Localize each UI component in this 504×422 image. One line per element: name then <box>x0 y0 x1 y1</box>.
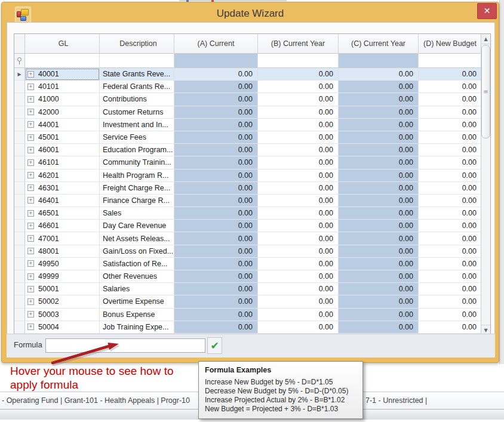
current-year-c-cell[interactable]: 0.00 <box>339 245 419 258</box>
current-year-b-cell[interactable]: 0.00 <box>258 295 339 308</box>
current-year-c-cell[interactable]: 0.00 <box>339 170 419 182</box>
gl-cell[interactable]: + 49950 <box>25 258 100 270</box>
row-header-cell[interactable]: ▶ <box>14 195 25 207</box>
table-row[interactable]: ▶ + 49950 Satisfaction of Re... 0.00 0.0… <box>14 258 482 270</box>
current-year-c-cell[interactable]: 0.00 <box>339 321 419 334</box>
current-a-cell[interactable]: 0.00 <box>174 309 258 321</box>
current-year-c-cell[interactable]: 0.00 <box>339 295 419 308</box>
current-year-c-cell[interactable]: 0.00 <box>339 207 419 220</box>
expand-icon[interactable]: + <box>27 71 34 78</box>
expand-icon[interactable]: + <box>27 223 34 229</box>
current-year-b-cell[interactable]: 0.00 <box>258 321 339 334</box>
gl-cell[interactable]: + 50002 <box>25 295 100 308</box>
expand-icon[interactable]: + <box>27 286 34 292</box>
current-year-b-cell[interactable]: 0.00 <box>258 170 339 182</box>
current-year-b-cell[interactable]: 0.00 <box>258 270 339 283</box>
current-year-c-cell[interactable]: 0.00 <box>339 144 419 156</box>
expand-icon[interactable]: + <box>27 121 34 128</box>
expand-icon[interactable]: + <box>27 324 34 330</box>
description-cell[interactable]: Sales <box>100 207 174 220</box>
close-button[interactable]: ✕ <box>477 3 497 19</box>
current-year-c-cell[interactable]: 0.00 <box>339 119 419 131</box>
description-cell[interactable]: Freight Charge Re... <box>100 182 174 195</box>
filter-cell-c[interactable] <box>339 54 419 68</box>
description-cell[interactable]: Education Program... <box>100 144 174 156</box>
row-header-cell[interactable]: ▶ <box>14 170 25 182</box>
description-cell[interactable]: Overtime Expense <box>100 295 174 308</box>
description-cell[interactable]: Job Training Expe... <box>100 321 174 334</box>
current-a-cell[interactable]: 0.00 <box>174 232 258 245</box>
current-year-c-cell[interactable]: 0.00 <box>339 156 419 169</box>
table-row[interactable]: ▶ + 46501 Sales 0.00 0.00 0.00 0.00 <box>14 207 482 220</box>
row-header-cell[interactable]: ▶ <box>14 156 25 169</box>
current-year-b-cell[interactable]: 0.00 <box>258 144 339 156</box>
new-budget-d-cell[interactable]: 0.00 <box>419 270 482 283</box>
current-a-cell[interactable]: 0.00 <box>174 195 258 207</box>
description-cell[interactable]: Other Revenues <box>100 270 174 283</box>
current-year-c-cell[interactable]: 0.00 <box>339 81 419 93</box>
filter-cell-gl[interactable] <box>25 54 100 68</box>
description-cell[interactable]: Service Fees <box>100 131 174 144</box>
row-header-cell[interactable]: ▶ <box>14 93 25 106</box>
current-year-c-cell[interactable]: 0.00 <box>339 220 419 232</box>
gl-cell[interactable]: + 50004 <box>25 321 100 334</box>
gl-cell[interactable]: + 44001 <box>25 119 100 131</box>
description-cell[interactable]: Federal Grants Re... <box>100 81 174 93</box>
expand-icon[interactable]: + <box>27 147 34 153</box>
row-header-cell[interactable]: ▶ <box>14 131 25 144</box>
new-budget-d-cell[interactable]: 0.00 <box>419 295 482 308</box>
new-budget-d-cell[interactable]: 0.00 <box>419 119 482 131</box>
current-a-cell[interactable]: 0.00 <box>174 258 258 270</box>
row-header-cell[interactable]: ▶ <box>14 245 25 258</box>
table-row[interactable]: ▶ + 41000 Contributions 0.00 0.00 0.00 0… <box>14 93 482 106</box>
current-year-b-cell[interactable]: 0.00 <box>258 232 339 245</box>
current-year-c-cell[interactable]: 0.00 <box>339 270 419 283</box>
expand-icon[interactable]: + <box>27 248 34 254</box>
current-a-cell[interactable]: 0.00 <box>174 170 258 182</box>
current-a-cell[interactable]: 0.00 <box>174 68 258 81</box>
current-a-cell[interactable]: 0.00 <box>174 119 258 131</box>
vertical-scrollbar[interactable]: ▲ ≡ ▼ <box>481 34 490 335</box>
table-row[interactable]: ▶ + 46401 Finance Charge R... 0.00 0.00 … <box>14 195 482 207</box>
current-a-cell[interactable]: 0.00 <box>174 182 258 195</box>
table-row[interactable]: ▶ + 50001 Salaries 0.00 0.00 0.00 0.00 <box>14 283 482 295</box>
gl-cell[interactable]: + 46001 <box>25 144 100 156</box>
filter-cell-b[interactable] <box>258 54 339 68</box>
new-budget-d-cell[interactable]: 0.00 <box>419 245 482 258</box>
gl-cell[interactable]: + 46201 <box>25 170 100 182</box>
description-cell[interactable]: Community Trainin... <box>100 156 174 169</box>
current-year-c-cell[interactable]: 0.00 <box>339 283 419 295</box>
table-row[interactable]: ▶ + 40001 State Grants Reve... 0.00 0.00… <box>14 68 482 81</box>
table-row[interactable]: ▶ + 44001 Investment and In... 0.00 0.00… <box>14 119 482 131</box>
new-budget-d-cell[interactable]: 0.00 <box>419 207 482 220</box>
new-budget-d-cell[interactable]: 0.00 <box>419 232 482 245</box>
gl-cell[interactable]: + 40001 <box>25 68 100 81</box>
current-year-b-cell[interactable]: 0.00 <box>258 309 339 321</box>
description-cell[interactable]: Net Assets Releas... <box>100 232 174 245</box>
filter-cell-a[interactable] <box>174 54 258 68</box>
current-a-cell[interactable]: 0.00 <box>174 270 258 283</box>
description-cell[interactable]: Day Care Revenue <box>100 220 174 232</box>
description-cell[interactable]: Salaries <box>100 283 174 295</box>
new-budget-d-cell[interactable]: 0.00 <box>419 309 482 321</box>
expand-icon[interactable]: + <box>27 298 34 305</box>
current-year-b-cell[interactable]: 0.00 <box>258 156 339 169</box>
row-header-cell[interactable]: ▶ <box>14 309 25 321</box>
gl-cell[interactable]: + 45001 <box>25 131 100 144</box>
expand-icon[interactable]: + <box>27 134 34 141</box>
current-a-cell[interactable]: 0.00 <box>174 295 258 308</box>
current-year-b-cell[interactable]: 0.00 <box>258 119 339 131</box>
current-a-cell[interactable]: 0.00 <box>174 81 258 93</box>
current-a-cell[interactable]: 0.00 <box>174 156 258 169</box>
row-header-cell[interactable]: ▶ <box>14 220 25 232</box>
gl-cell[interactable]: + 46501 <box>25 207 100 220</box>
expand-icon[interactable]: + <box>27 197 34 204</box>
expand-icon[interactable]: + <box>27 235 34 242</box>
row-header-cell[interactable]: ▶ <box>14 106 25 119</box>
scroll-up-button[interactable]: ▲ <box>481 34 490 44</box>
row-header-cell[interactable]: ▶ <box>14 119 25 131</box>
row-header-cell[interactable]: ▶ <box>14 144 25 156</box>
current-year-b-cell[interactable]: 0.00 <box>258 283 339 295</box>
table-row[interactable]: ▶ + 42000 Customer Returns 0.00 0.00 0.0… <box>14 106 482 119</box>
current-year-b-cell[interactable]: 0.00 <box>258 220 339 232</box>
